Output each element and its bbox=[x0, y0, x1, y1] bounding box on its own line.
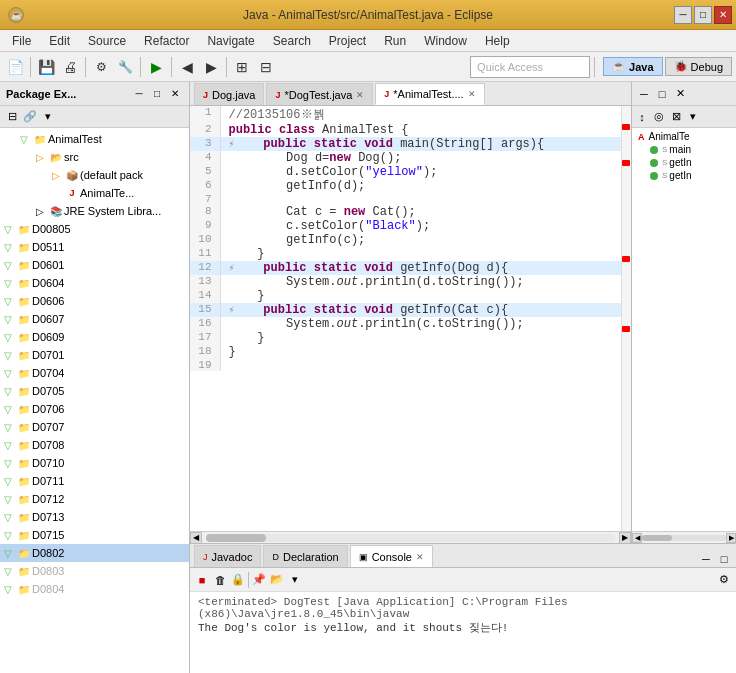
menu-refactor[interactable]: Refactor bbox=[136, 32, 197, 50]
tree-item-d0712[interactable]: ▽ 📁 D0712 bbox=[0, 490, 189, 508]
debug-perspective-btn[interactable]: 🐞 Debug bbox=[665, 57, 732, 76]
tree-item-d0511[interactable]: ▽ 📁 D0511 bbox=[0, 238, 189, 256]
console-clear[interactable]: 🗑 bbox=[212, 572, 228, 588]
collapse-all-btn[interactable]: ⊟ bbox=[4, 109, 20, 125]
toolbar-save[interactable]: 💾 bbox=[35, 56, 57, 78]
tree-item-d0606[interactable]: ▽ 📁 D0606 bbox=[0, 292, 189, 310]
tree-item-d0701[interactable]: ▽ 📁 D0701 bbox=[0, 346, 189, 364]
toolbar-misc2[interactable]: ⊟ bbox=[255, 56, 277, 78]
toolbar-run[interactable]: ▶ bbox=[145, 56, 167, 78]
tree-item-d0803[interactable]: ▽ 📁 D0803 bbox=[0, 562, 189, 580]
dogtest-close[interactable]: ✕ bbox=[356, 90, 364, 100]
tab-dogtest-java[interactable]: J *DogTest.java ✕ bbox=[266, 83, 373, 105]
tab-dog-java[interactable]: J Dog.java bbox=[194, 83, 264, 105]
outline-sort[interactable]: ↕ bbox=[634, 109, 650, 125]
outline-filter[interactable]: ⊠ bbox=[668, 109, 684, 125]
toolbar-back[interactable]: ◀ bbox=[176, 56, 198, 78]
tab-javadoc[interactable]: J Javadoc bbox=[194, 545, 261, 567]
tree-item-d0715[interactable]: ▽ 📁 D0715 bbox=[0, 526, 189, 544]
toolbar-new[interactable]: 📄 bbox=[4, 56, 26, 78]
error-marker-4 bbox=[622, 326, 630, 332]
tree-item-d0710[interactable]: ▽ 📁 D0710 bbox=[0, 454, 189, 472]
menu-navigate[interactable]: Navigate bbox=[199, 32, 262, 50]
tree-item-d0707[interactable]: ▽ 📁 D0707 bbox=[0, 418, 189, 436]
tree-item-d0601[interactable]: ▽ 📁 D0601 bbox=[0, 256, 189, 274]
console-open-file[interactable]: 📂 bbox=[269, 572, 285, 588]
code-editor[interactable]: 1 //20135106※붥 2 public class AnimalTest… bbox=[190, 106, 631, 531]
bottom-minimize[interactable]: ─ bbox=[698, 551, 714, 567]
tree-item-d0802[interactable]: ▽ 📁 D0802 bbox=[0, 544, 189, 562]
toolbar-print[interactable]: 🖨 bbox=[59, 56, 81, 78]
tree-item-d0609[interactable]: ▽ 📁 D0609 bbox=[0, 328, 189, 346]
tab-declaration[interactable]: D Declaration bbox=[263, 545, 347, 567]
menu-window[interactable]: Window bbox=[416, 32, 475, 50]
menu-source[interactable]: Source bbox=[80, 32, 134, 50]
tree-item-d0711[interactable]: ▽ 📁 D0711 bbox=[0, 472, 189, 490]
tree-item-d0708[interactable]: ▽ 📁 D0708 bbox=[0, 436, 189, 454]
outline-minimize[interactable]: ─ bbox=[636, 86, 652, 102]
tab-console[interactable]: ▣ Console ✕ bbox=[350, 545, 433, 567]
menu-run[interactable]: Run bbox=[376, 32, 414, 50]
menu-edit[interactable]: Edit bbox=[41, 32, 78, 50]
tree-item-src[interactable]: ▷ 📂 src bbox=[0, 148, 189, 166]
menu-search[interactable]: Search bbox=[265, 32, 319, 50]
hscroll-thumb[interactable] bbox=[206, 534, 266, 542]
toolbar-misc1[interactable]: ⊞ bbox=[231, 56, 253, 78]
outline-item-main[interactable]: S main bbox=[634, 143, 734, 156]
hscroll-track[interactable] bbox=[206, 534, 615, 542]
toolbar-refactor[interactable]: 🔧 bbox=[114, 56, 136, 78]
console-terminate[interactable]: ■ bbox=[194, 572, 210, 588]
outline-scroll-left[interactable]: ◀ bbox=[632, 533, 642, 543]
menu-help[interactable]: Help bbox=[477, 32, 518, 50]
outline-item-getinfo2[interactable]: S getIn bbox=[634, 169, 734, 182]
tree-item-d00805[interactable]: ▽ 📁 D00805 bbox=[0, 220, 189, 238]
tree-item-default-pkg[interactable]: ▷ 📦 (default pack bbox=[0, 166, 189, 184]
tree-item-d0704[interactable]: ▽ 📁 D0704 bbox=[0, 364, 189, 382]
tree-item-d0713[interactable]: ▽ 📁 D0713 bbox=[0, 508, 189, 526]
outline-scroll-track[interactable] bbox=[642, 535, 726, 541]
code-line-9: 9 c.setColor("Black"); bbox=[190, 219, 631, 233]
close-button[interactable]: ✕ bbox=[714, 6, 732, 24]
maximize-button[interactable]: □ bbox=[694, 6, 712, 24]
menu-project[interactable]: Project bbox=[321, 32, 374, 50]
java-perspective-btn[interactable]: ☕ Java bbox=[603, 57, 662, 76]
panel-minimize-btn[interactable]: ─ bbox=[131, 86, 147, 102]
console-close[interactable]: ✕ bbox=[416, 552, 424, 562]
outline-scroll-thumb[interactable] bbox=[642, 535, 672, 541]
tree-item-animaltest-java[interactable]: J AnimalTe... bbox=[0, 184, 189, 202]
outline-maximize[interactable]: □ bbox=[654, 86, 670, 102]
tree-item-d0706[interactable]: ▽ 📁 D0706 bbox=[0, 400, 189, 418]
console-scroll-lock[interactable]: 🔒 bbox=[230, 572, 246, 588]
outline-close[interactable]: ✕ bbox=[672, 86, 688, 102]
tree-item-animaltest[interactable]: ▽ 📁 AnimalTest bbox=[0, 130, 189, 148]
minimize-button[interactable]: ─ bbox=[674, 6, 692, 24]
console-menu[interactable]: ▾ bbox=[287, 572, 303, 588]
tree-item-d0604[interactable]: ▽ 📁 D0604 bbox=[0, 274, 189, 292]
toolbar-search[interactable]: ⚙ bbox=[90, 56, 112, 78]
tree-item-d0705[interactable]: ▽ 📁 D0705 bbox=[0, 382, 189, 400]
link-editor-btn[interactable]: 🔗 bbox=[22, 109, 38, 125]
scroll-right-btn[interactable]: ▶ bbox=[619, 532, 631, 544]
animaltest-close[interactable]: ✕ bbox=[468, 89, 476, 99]
menu-file[interactable]: File bbox=[4, 32, 39, 50]
toolbar-forward[interactable]: ▶ bbox=[200, 56, 222, 78]
tree-item-d0607[interactable]: ▽ 📁 D0607 bbox=[0, 310, 189, 328]
outline-item-getinfo1[interactable]: S getIn bbox=[634, 156, 734, 169]
package-explorer-tree[interactable]: ▽ 📁 AnimalTest ▷ 📂 src ▷ 📦 (default pack… bbox=[0, 128, 189, 673]
outline-item-animaltest[interactable]: A AnimalTe bbox=[634, 130, 734, 143]
scroll-left-btn[interactable]: ◀ bbox=[190, 532, 202, 544]
bottom-maximize[interactable]: □ bbox=[716, 551, 732, 567]
tab-animaltest-java[interactable]: J *AnimalTest.... ✕ bbox=[375, 83, 484, 105]
view-menu-btn[interactable]: ▾ bbox=[40, 109, 56, 125]
tree-item-jre[interactable]: ▷ 📚 JRE System Libra... bbox=[0, 202, 189, 220]
panel-maximize-btn[interactable]: □ bbox=[149, 86, 165, 102]
console-options[interactable]: ⚙ bbox=[716, 572, 732, 588]
panel-close-btn[interactable]: ✕ bbox=[167, 86, 183, 102]
editor-hscrollbar[interactable]: ◀ ▶ bbox=[190, 531, 631, 543]
outline-scroll-right[interactable]: ▶ bbox=[726, 533, 736, 543]
outline-hide[interactable]: ◎ bbox=[651, 109, 667, 125]
outline-hscroll[interactable]: ◀ ▶ bbox=[632, 531, 736, 543]
outline-menu[interactable]: ▾ bbox=[685, 109, 701, 125]
console-pin[interactable]: 📌 bbox=[251, 572, 267, 588]
tree-item-d0804[interactable]: ▽ 📁 D0804 bbox=[0, 580, 189, 598]
